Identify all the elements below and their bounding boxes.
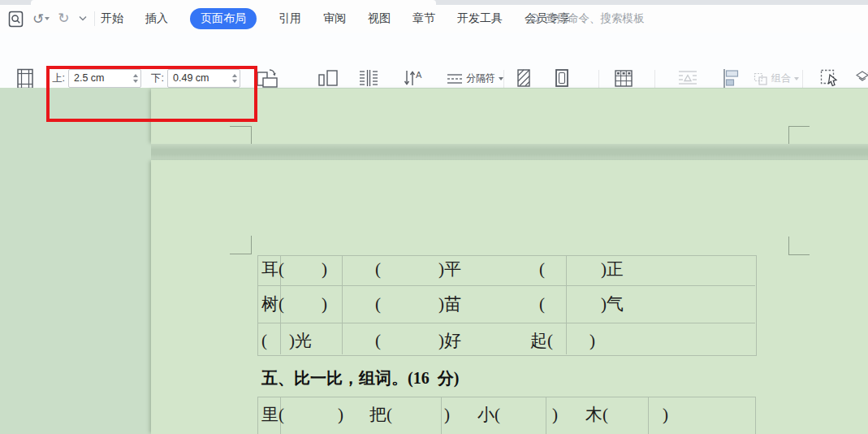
spin-down-icon xyxy=(133,80,138,83)
table-line xyxy=(257,285,755,286)
toolbar-divider xyxy=(94,11,95,26)
bring-forward-icon xyxy=(856,70,868,85)
worksheet-text: ( xyxy=(375,293,381,315)
redo-icon: ↻ xyxy=(58,11,69,26)
worksheet-text: 把( xyxy=(369,404,392,426)
customize-toolbar-button[interactable] xyxy=(78,15,88,22)
worksheet-text: 起( xyxy=(530,330,553,352)
undo-button[interactable]: ↺ xyxy=(32,12,50,26)
crop-mark xyxy=(788,126,810,127)
quick-access-toolbar: ↺ ↻ xyxy=(6,5,88,33)
document-workspace[interactable]: 五、比一比，组词。(16 分) 耳()()平()正树()()苗()气()光()好… xyxy=(0,88,868,434)
table-line xyxy=(342,255,343,354)
chevron-down-icon xyxy=(78,15,88,22)
worksheet-text: 木( xyxy=(585,404,608,426)
text-wrap-icon xyxy=(677,68,698,89)
svg-text:A: A xyxy=(416,70,422,80)
worksheet-text: ) xyxy=(552,404,558,426)
crop-mark xyxy=(788,237,789,255)
tab-view[interactable]: 视图 xyxy=(368,11,391,26)
crop-mark xyxy=(788,254,810,255)
page-border-icon xyxy=(554,68,570,89)
margin-bottom-field[interactable]: 下: 0.49 cm xyxy=(151,69,240,88)
table-line xyxy=(546,397,546,434)
page-gap xyxy=(151,144,868,160)
table-line xyxy=(566,255,567,354)
worksheet-text: )平 xyxy=(438,258,461,280)
worksheet-text: ) xyxy=(444,404,450,426)
page-layout-ribbon: 页边距 上: 2.5 cm 下: 0.49 cm 左: 2.89 cm 右: 2… xyxy=(0,33,868,89)
align-icon xyxy=(723,68,741,89)
table-line xyxy=(257,397,755,397)
command-search-box[interactable]: 查找命令、搜索模板 xyxy=(529,5,645,33)
text-direction-icon: A xyxy=(403,68,424,89)
table-line xyxy=(755,397,756,434)
tab-home[interactable]: 开始 xyxy=(101,11,123,26)
table-line xyxy=(441,397,442,434)
worksheet-text: )好 xyxy=(438,330,461,352)
worksheet-text: 里( xyxy=(261,404,284,426)
columns-icon xyxy=(359,68,378,89)
table-line xyxy=(257,397,258,434)
background-icon xyxy=(516,68,532,89)
worksheet-text: ) xyxy=(338,404,343,426)
spinner[interactable] xyxy=(232,70,237,87)
worksheet-text: )苗 xyxy=(438,293,461,315)
group-button: 组合 xyxy=(754,72,799,85)
worksheet-text: ( xyxy=(375,258,381,280)
undo-icon: ↺ xyxy=(32,12,44,26)
tab-page-layout[interactable]: 页面布局 xyxy=(190,8,257,29)
top-toolbar: ↺ ↻ 开始 插入 页面布局 引用 审阅 视图 章节 开发工具 会员专享 查找命… xyxy=(0,5,868,33)
worksheet-table[interactable] xyxy=(257,255,757,356)
selection-pane-icon xyxy=(820,68,840,89)
worksheet-text: ) xyxy=(663,404,668,426)
margin-top-field[interactable]: 上: 2.5 cm xyxy=(52,69,141,88)
worksheet-text: 耳( xyxy=(261,258,284,280)
crop-mark xyxy=(230,126,251,127)
spin-up-icon xyxy=(133,74,138,77)
print-preview-icon[interactable] xyxy=(6,10,24,28)
group-objects-icon xyxy=(754,72,768,85)
breaks-button[interactable]: 分隔符 xyxy=(447,72,503,85)
redo-button[interactable]: ↻ xyxy=(58,11,69,26)
tab-developer[interactable]: 开发工具 xyxy=(457,11,503,26)
worksheet-text: 树( xyxy=(261,293,284,315)
crop-mark xyxy=(251,126,252,144)
page-margins-icon xyxy=(15,68,35,89)
worksheet-text: ) xyxy=(589,330,595,352)
document-page-1[interactable] xyxy=(151,89,868,144)
ribbon-tabs: 开始 插入 页面布局 引用 审阅 视图 章节 开发工具 会员专享 xyxy=(101,5,570,33)
page-break-icon xyxy=(447,73,463,85)
crop-mark xyxy=(788,126,789,144)
margin-bottom-value: 0.49 cm xyxy=(173,72,209,84)
worksheet-text: ( xyxy=(539,258,545,280)
tab-insert[interactable]: 插入 xyxy=(145,11,168,26)
worksheet-text: )光 xyxy=(289,330,312,352)
undo-dropdown-icon[interactable] xyxy=(45,17,50,20)
crop-mark xyxy=(251,236,252,254)
chevron-down-icon xyxy=(794,77,799,80)
paper-size-icon xyxy=(317,68,339,89)
spin-up-icon xyxy=(232,74,237,77)
spin-down-icon xyxy=(232,80,237,83)
tab-references[interactable]: 引用 xyxy=(279,11,301,26)
worksheet-text: )气 xyxy=(601,293,624,315)
bring-forward-button[interactable] xyxy=(856,70,868,85)
wps-window: ↺ ↻ 开始 插入 页面布局 引用 审阅 视图 章节 开发工具 会员专享 查找命… xyxy=(0,0,868,434)
crop-mark xyxy=(230,254,251,254)
worksheet-text: 小( xyxy=(477,404,500,426)
search-icon xyxy=(529,13,541,24)
worksheet-text: ) xyxy=(322,258,327,280)
grid-paper-icon xyxy=(614,68,633,89)
paper-orientation-icon xyxy=(256,68,279,89)
table-line xyxy=(257,323,755,323)
worksheet-text: ( xyxy=(539,293,545,315)
tab-review[interactable]: 审阅 xyxy=(323,11,346,26)
tab-section[interactable]: 章节 xyxy=(412,11,435,26)
worksheet-text: ( xyxy=(261,330,267,352)
spinner[interactable] xyxy=(133,70,138,87)
worksheet-section-heading: 五、比一比，组词。(16 分) xyxy=(261,367,459,389)
worksheet-text: )正 xyxy=(601,258,624,280)
search-placeholder: 查找命令、搜索模板 xyxy=(546,11,645,26)
worksheet-text: ( xyxy=(375,330,381,352)
